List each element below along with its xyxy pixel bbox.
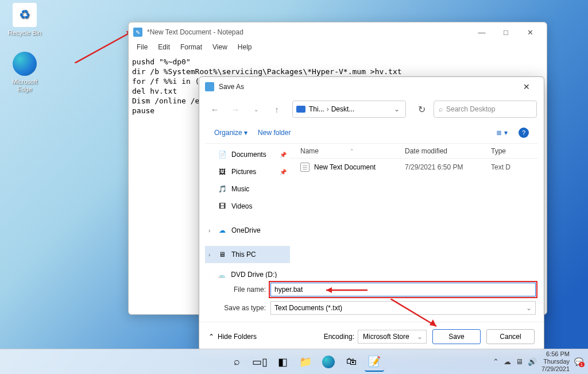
dialog-close-button[interactable]: ✕	[515, 79, 538, 95]
col-date[interactable]: Date modified	[405, 147, 491, 155]
col-name[interactable]: Name⌃	[290, 147, 405, 155]
help-button[interactable]: ?	[519, 128, 529, 138]
dialog-title: Save As	[219, 83, 515, 91]
clock-time: 6:56 PM	[541, 350, 570, 358]
file-date: 7/29/2021 6:50 PM	[405, 163, 491, 171]
start-button[interactable]	[204, 352, 223, 372]
up-button[interactable]: ↑	[268, 101, 285, 118]
filename-input[interactable]	[270, 283, 536, 296]
onedrive-icon: ☁	[218, 226, 227, 235]
nav-bar: ← → ⌄ ↑ Thi... › Deskt... ⌄ ↻ ⌕ Search D…	[199, 97, 544, 122]
tray-overflow-icon[interactable]: ⌃	[493, 357, 499, 366]
clock-day: Thursday	[541, 358, 570, 365]
notepad-title: *New Text Document - Notepad	[147, 28, 470, 36]
chevron-down-icon[interactable]: ⌄	[392, 105, 402, 113]
pin-icon: 📌	[280, 152, 287, 158]
menu-file[interactable]: File	[132, 42, 152, 55]
organize-menu[interactable]: Organize ▾	[214, 129, 247, 137]
taskbar: ⌕ ▭▯ ◧ 📁 🛍 📝 ⌃ ☁ 🖥 🔊 6:56 PM Thursday 7/…	[0, 349, 588, 374]
store-button[interactable]: 🛍	[342, 352, 361, 372]
filename-label: File name:	[207, 286, 270, 294]
thispc-icon: 🖥	[218, 250, 227, 259]
menu-view[interactable]: View	[208, 42, 232, 55]
new-folder-button[interactable]: New folder	[258, 129, 291, 137]
notepad-menu: File Edit Format View Help	[129, 42, 547, 55]
sidebar-item-onedrive[interactable]: ›☁OneDrive	[205, 222, 290, 239]
cancel-button[interactable]: Cancel	[486, 329, 535, 344]
close-button[interactable]: ✕	[518, 24, 542, 40]
breadcrumb-thispc[interactable]: Thi...	[309, 105, 324, 113]
onedrive-tray-icon[interactable]: ☁	[504, 357, 511, 366]
sidebar-item-documents[interactable]: 📄Documents📌	[205, 146, 290, 163]
dialog-footer: ⌃Hide Folders Encoding: Microsoft Store⌄…	[199, 322, 544, 350]
thispc-icon	[296, 106, 305, 113]
address-bar[interactable]: Thi... › Deskt... ⌄	[292, 101, 406, 118]
chevron-down-icon: ⌄	[526, 304, 532, 312]
minimize-button[interactable]: —	[470, 24, 494, 40]
sidebar-item-videos[interactable]: 🎞Videos	[205, 198, 290, 215]
saveastype-combo[interactable]: Text Documents (*.txt)⌄	[270, 301, 536, 315]
textfile-icon	[300, 163, 310, 172]
save-as-titlebar[interactable]: Save As ✕	[199, 77, 544, 97]
col-type[interactable]: Type	[491, 147, 525, 155]
music-icon: 🎵	[218, 184, 227, 194]
navigation-pane: 📄Documents📌 🖼Pictures📌 🎵Music 🎞Videos ›☁…	[205, 144, 290, 278]
chevron-up-icon: ⌃	[208, 333, 214, 341]
expand-icon[interactable]: ›	[208, 252, 210, 258]
search-placeholder: Search Desktop	[446, 105, 495, 113]
list-header: Name⌃ Date modified Type	[290, 144, 538, 159]
save-button[interactable]: Save	[432, 329, 481, 344]
menu-edit[interactable]: Edit	[153, 42, 175, 55]
notepad-taskbar-button[interactable]: 📝	[365, 352, 384, 372]
volume-tray-icon[interactable]: 🔊	[528, 357, 537, 366]
list-item[interactable]: New Text Document 7/29/2021 6:50 PM Text…	[290, 159, 538, 176]
saveastype-label: Save as type:	[207, 304, 270, 312]
file-type: Text D	[491, 163, 525, 171]
notepad-titlebar[interactable]: ✎ *New Text Document - Notepad — □ ✕	[129, 22, 547, 42]
notepad-icon: ✎	[133, 28, 142, 37]
encoding-combo[interactable]: Microsoft Store⌄	[358, 330, 427, 344]
sidebar-item-pictures[interactable]: 🖼Pictures📌	[205, 163, 290, 180]
refresh-button[interactable]: ↻	[413, 101, 430, 118]
taskbar-clock[interactable]: 6:56 PM Thursday 7/29/2021	[541, 350, 570, 373]
sidebar-item-music[interactable]: 🎵Music	[205, 180, 290, 198]
taskbar-center: ⌕ ▭▯ ◧ 📁 🛍 📝	[204, 352, 384, 372]
expand-icon[interactable]: ›	[208, 276, 210, 279]
recycle-bin-shortcut[interactable]: ♻ Recycle Bin	[5, 3, 45, 37]
back-button[interactable]: ←	[206, 101, 223, 118]
pictures-icon: 🖼	[218, 167, 227, 176]
chevron-down-icon: ⌄	[417, 333, 423, 341]
recent-button[interactable]: ⌄	[247, 101, 265, 118]
search-icon: ⌕	[439, 105, 443, 113]
hide-folders-button[interactable]: ⌃Hide Folders	[208, 333, 257, 341]
explorer-button[interactable]: 📁	[296, 352, 315, 372]
widgets-button[interactable]: ◧	[273, 352, 292, 372]
maximize-button[interactable]: □	[494, 24, 518, 40]
search-input[interactable]: ⌕ Search Desktop	[434, 101, 537, 118]
edge-shortcut[interactable]: Microsoft Edge	[5, 52, 45, 93]
forward-button[interactable]: →	[227, 101, 244, 118]
file-list: Name⌃ Date modified Type New Text Docume…	[290, 144, 538, 278]
documents-icon: 📄	[218, 150, 227, 159]
encoding-label: Encoding:	[324, 333, 354, 341]
expand-icon[interactable]: ›	[208, 228, 210, 234]
breadcrumb-desktop[interactable]: Deskt...	[331, 105, 355, 113]
svg-line-0	[75, 32, 132, 63]
view-options-button[interactable]: ≣ ▾	[496, 127, 508, 138]
pin-icon: 📌	[280, 169, 287, 175]
dvd-icon: 💿	[218, 274, 226, 278]
network-tray-icon[interactable]: 🖥	[516, 357, 523, 366]
notifications-tray-icon[interactable]: 💬1	[574, 357, 583, 366]
menu-help[interactable]: Help	[233, 42, 257, 55]
menu-format[interactable]: Format	[176, 42, 207, 55]
system-tray: ⌃ ☁ 🖥 🔊 6:56 PM Thursday 7/29/2021 💬1	[493, 350, 583, 373]
edge-label: Microsoft Edge	[5, 78, 45, 93]
dialog-icon	[205, 82, 214, 91]
taskview-button[interactable]: ▭▯	[250, 352, 269, 372]
dialog-toolbar: Organize ▾ New folder ≣ ▾ ?	[205, 122, 538, 144]
recycle-bin-icon: ♻	[13, 3, 37, 27]
sidebar-item-dvd[interactable]: ›💿DVD Drive (D:) CC	[205, 270, 290, 278]
search-button[interactable]: ⌕	[227, 352, 246, 372]
sidebar-item-thispc[interactable]: ›🖥This PC	[205, 246, 290, 263]
edge-taskbar-button[interactable]	[319, 352, 338, 372]
